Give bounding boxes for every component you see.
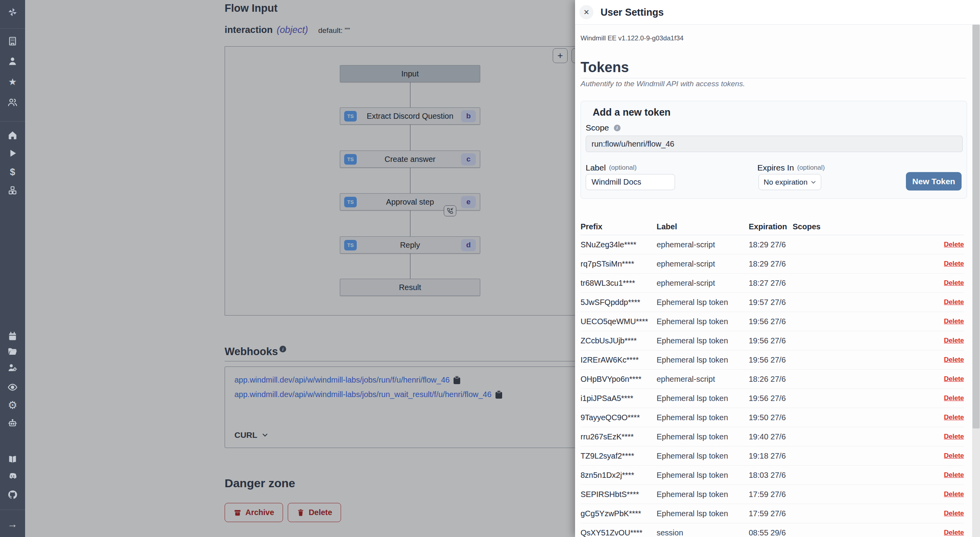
table-row: 8zn5n1Dx2j**** Ephemeral lsp token 18:03… (581, 466, 964, 485)
expiration-select[interactable]: No expiration (759, 174, 821, 190)
optional-hint: (optional) (609, 164, 637, 172)
col-header-scopes: Scopes (793, 222, 936, 231)
token-expiration: 19:56 27/6 (749, 356, 793, 365)
folders-icon[interactable] (0, 345, 25, 359)
token-prefix: rru267sEzK**** (581, 432, 657, 441)
tokens-table-header: Prefix Label Expiration Scopes (581, 219, 964, 235)
user-icon[interactable] (0, 54, 25, 68)
collapse-arrow-right-icon[interactable]: → (0, 517, 25, 531)
token-label: Ephemeral lsp token (657, 432, 749, 441)
delete-token-link[interactable]: Delete (944, 471, 964, 479)
sidebar-divider (0, 510, 25, 510)
token-label: ephemeral-script (657, 279, 749, 288)
scrollbar-thumb[interactable] (973, 25, 980, 428)
delete-token-link[interactable]: Delete (944, 241, 964, 249)
token-label: Ephemeral lsp token (657, 298, 749, 307)
expires-in-label: Expires In (optional) (757, 163, 825, 172)
delete-token-link[interactable]: Delete (944, 279, 964, 287)
workspace-building-icon[interactable] (0, 34, 25, 48)
token-expiration: 19:18 27/6 (749, 452, 793, 461)
token-label: ephemeral-script (657, 259, 749, 268)
docs-book-icon[interactable] (0, 453, 25, 466)
delete-token-link[interactable]: Delete (944, 490, 964, 498)
table-row: I2RErAW6Kc**** Ephemeral lsp token 19:56… (581, 350, 964, 370)
table-row: OHpBVYpo6n**** ephemeral-script 18:26 27… (581, 370, 964, 389)
table-row: i1piJPSaA5**** Ephemeral lsp token 19:56… (581, 389, 964, 408)
users-settings-icon[interactable] (0, 361, 25, 374)
table-row: TZ9L2syaf2**** Ephemeral lsp token 19:18… (581, 446, 964, 466)
tokens-subtitle: Authentify to the Windmill API with acce… (581, 80, 745, 88)
scope-info-icon[interactable]: i (614, 125, 621, 131)
token-expiration: 18:29 27/6 (749, 240, 793, 249)
token-prefix: 5JwSFQpddp**** (581, 298, 657, 307)
token-expiration: 19:57 27/6 (749, 298, 793, 307)
tokens-table-body: SNuZeg34le**** ephemeral-script 18:29 27… (581, 235, 964, 537)
token-label: Ephemeral lsp token (657, 471, 749, 480)
resources-boxes-icon[interactable] (0, 184, 25, 197)
scope-label: Scope i (586, 123, 621, 132)
windmill-logo-icon[interactable] (0, 5, 25, 19)
bot-icon[interactable] (0, 417, 25, 430)
expiration-selected-value: No expiration (764, 178, 808, 187)
expires-label-text: Expires In (757, 163, 794, 172)
table-row: gCg5YzwPbK**** Ephemeral lsp token 17:59… (581, 504, 964, 523)
delete-token-link[interactable]: Delete (944, 529, 964, 537)
runs-play-icon[interactable] (0, 147, 25, 160)
delete-token-link[interactable]: Delete (944, 414, 964, 421)
delete-token-link[interactable]: Delete (944, 375, 964, 383)
home-icon[interactable] (0, 129, 25, 142)
delete-token-link[interactable]: Delete (944, 337, 964, 345)
col-header-prefix: Prefix (581, 222, 657, 231)
close-icon[interactable]: × (579, 5, 593, 19)
token-label: Ephemeral lsp token (657, 317, 749, 326)
drawer-scrollbar[interactable] (972, 25, 980, 537)
token-prefix: SNuZeg34le**** (581, 240, 657, 249)
table-row: UECO5qeWMU**** Ephemeral lsp token 19:56… (581, 312, 964, 331)
github-icon[interactable] (0, 488, 25, 501)
delete-token-link[interactable]: Delete (944, 452, 964, 460)
token-prefix: UECO5qeWMU**** (581, 317, 657, 326)
delete-token-link[interactable]: Delete (944, 510, 964, 517)
token-expiration: 19:56 27/6 (749, 317, 793, 326)
token-expiration: 18:26 27/6 (749, 375, 793, 384)
table-row: QsXY51ZvOU**** session 08:55 29/6 Delete (581, 523, 964, 537)
delete-token-link[interactable]: Delete (944, 317, 964, 325)
tokens-heading: Tokens (581, 59, 966, 78)
delete-token-link[interactable]: Delete (944, 356, 964, 364)
token-prefix: I2RErAW6Kc**** (581, 356, 657, 365)
delete-token-link[interactable]: Delete (944, 433, 964, 441)
table-row: ZCcbUsJUjb**** Ephemeral lsp token 19:56… (581, 331, 964, 350)
delete-token-link[interactable]: Delete (944, 260, 964, 268)
favorites-star-icon[interactable]: ★ (0, 75, 25, 89)
discord-icon[interactable] (0, 470, 25, 483)
variables-dollar-icon[interactable]: $ (0, 165, 25, 179)
delete-token-link[interactable]: Delete (944, 298, 964, 306)
drawer-header: × User Settings (575, 0, 980, 25)
token-label: Ephemeral lsp token (657, 336, 749, 345)
version-text: Windmill EE v1.122.0-9-g03da1f34 (581, 34, 684, 42)
token-expiration: 19:50 27/6 (749, 413, 793, 422)
delete-token-link[interactable]: Delete (944, 394, 964, 402)
app-sidebar: ★ $ ⚙ (0, 0, 25, 537)
token-expiration: 18:27 27/6 (749, 279, 793, 288)
token-label-input[interactable] (586, 174, 675, 190)
token-expiration: 19:56 27/6 (749, 336, 793, 345)
audit-eye-icon[interactable] (0, 381, 25, 394)
token-prefix: ZCcbUsJUjb**** (581, 336, 657, 345)
user-settings-drawer: × User Settings Windmill EE v1.122.0-9-g… (575, 0, 980, 537)
token-expiration: 19:40 27/6 (749, 432, 793, 441)
schedules-calendar-icon[interactable] (0, 330, 25, 343)
table-row: 9TayyeQC9O**** Ephemeral lsp token 19:50… (581, 408, 964, 427)
new-token-button[interactable]: New Token (906, 172, 962, 190)
token-prefix: 8zn5n1Dx2j**** (581, 471, 657, 480)
token-expiration: 19:56 27/6 (749, 394, 793, 403)
token-expiration: 17:59 27/6 (749, 490, 793, 499)
drawer-body: Windmill EE v1.122.0-9-g03da1f34 Tokens … (575, 25, 980, 537)
token-prefix: 9TayyeQC9O**** (581, 413, 657, 422)
drawer-title: User Settings (601, 7, 664, 18)
table-row: SNuZeg34le**** ephemeral-script 18:29 27… (581, 235, 964, 254)
add-token-card: Add a new token Scope i Label (optional)… (581, 101, 967, 199)
scope-input[interactable] (586, 136, 963, 152)
settings-gear-icon[interactable]: ⚙ (0, 399, 25, 412)
groups-users-icon[interactable] (0, 96, 25, 109)
